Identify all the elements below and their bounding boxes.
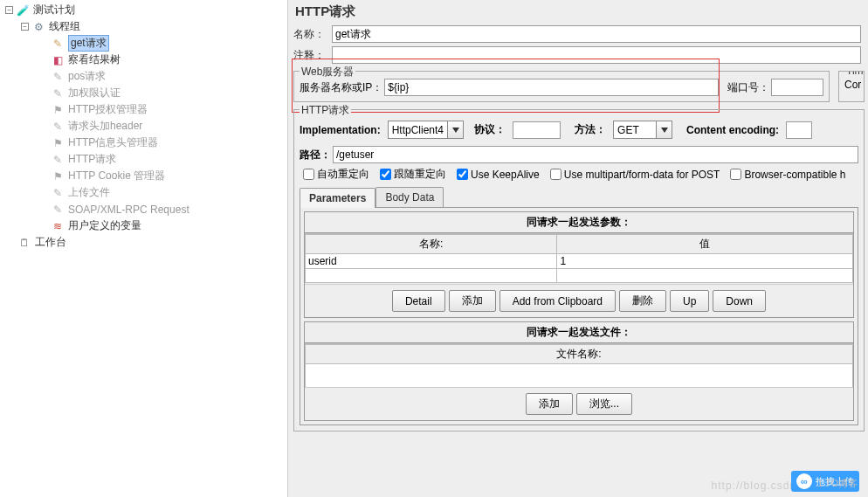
tree-node-pos-request[interactable]: ✎ pos请求 xyxy=(0,68,287,85)
pencil-icon: ✎ xyxy=(51,37,65,51)
table-row[interactable]: userid 1 xyxy=(306,254,853,269)
flask-icon: 🧪 xyxy=(16,3,30,17)
method-select[interactable]: GET xyxy=(613,121,672,139)
port-input[interactable] xyxy=(771,79,823,96)
browse-button[interactable]: 浏览... xyxy=(576,393,632,415)
tree-label: 线程组 xyxy=(49,19,80,34)
fieldset-legend: Web服务器 xyxy=(300,65,355,79)
tree-label: 加权限认证 xyxy=(68,86,121,100)
tree-label: HTTP请求 xyxy=(68,152,116,167)
page-title: HTTP请求 xyxy=(293,3,868,20)
encoding-input[interactable] xyxy=(786,121,812,139)
server-input[interactable] xyxy=(384,79,719,96)
comment-label: 注释： xyxy=(293,48,332,63)
tree-node-header-mgr[interactable]: ✎ 请求头加header xyxy=(0,118,287,135)
tree-label: 请求头加header xyxy=(68,119,142,134)
main-panel: HTTP请求 名称： 注释： Web服务器 服务器名称或IP： 端口号： Tim… xyxy=(288,0,868,497)
cb-label: Browser-compatible h xyxy=(744,169,845,181)
cell-value[interactable]: 1 xyxy=(557,254,853,269)
chevron-down-icon xyxy=(447,121,463,138)
tree-node-user-vars[interactable]: ≋ 用户定义的变量 xyxy=(0,217,287,234)
delete-button[interactable]: 删除 xyxy=(619,290,666,312)
cb-multipart[interactable]: Use multipart/form-data for POST xyxy=(550,169,720,181)
variables-icon: ≋ xyxy=(51,219,65,233)
name-input[interactable] xyxy=(332,25,861,43)
tree-label: 工作台 xyxy=(35,235,66,250)
col-value: 值 xyxy=(557,235,853,254)
tree-label: HTTP Cookie 管理器 xyxy=(68,169,165,183)
http-request-fieldset: HTTP请求 Implementation: HttpClient4 协议： 方… xyxy=(293,109,865,431)
cb-browser-compat[interactable]: Browser-compatible h xyxy=(730,169,845,181)
cb-follow-redirect[interactable]: 跟随重定向 xyxy=(380,167,446,182)
pencil-icon: ✎ xyxy=(51,86,65,100)
collapse-icon[interactable]: − xyxy=(5,6,13,14)
fieldset-legend: HTTP请求 xyxy=(300,103,351,118)
pencil-icon: ✎ xyxy=(51,203,65,217)
results-tree-icon: ◧ xyxy=(51,53,65,67)
params-section: 同请求一起发送参数： 名称: 值 userid 1 xyxy=(304,211,854,318)
tree-node-thread-group[interactable]: − ⚙ 线程组 xyxy=(0,18,287,35)
port-label: 端口号： xyxy=(727,80,769,95)
web-server-fieldset: Web服务器 服务器名称或IP： 端口号： xyxy=(293,71,830,102)
cb-auto-redirect[interactable]: 自动重定向 xyxy=(303,167,369,182)
cb-label: 自动重定向 xyxy=(317,167,369,182)
tree-node-auth-limit[interactable]: ✎ 加权限认证 xyxy=(0,85,287,101)
tree-label: HTTP信息头管理器 xyxy=(68,135,158,150)
add-button[interactable]: 添加 xyxy=(449,290,496,312)
tree-node-cookie-mgr[interactable]: ⚑ HTTP Cookie 管理器 xyxy=(0,168,287,184)
cb-label: Use KeepAlive xyxy=(471,169,540,181)
section-title: 同请求一起发送参数： xyxy=(305,212,853,233)
tree-label-selected: get请求 xyxy=(68,35,109,52)
up-button[interactable]: Up xyxy=(670,290,709,312)
tree-label: HTTP授权管理器 xyxy=(68,102,148,117)
tree-node-get-request[interactable]: ✎ get请求 xyxy=(0,35,287,52)
params-table[interactable]: 名称: 值 userid 1 xyxy=(305,234,853,283)
tree-node-test-plan[interactable]: − 🧪 测试计划 xyxy=(0,2,287,18)
table-row[interactable] xyxy=(306,364,853,388)
fieldset-legend: Tim xyxy=(844,71,865,77)
tree-node-http-request[interactable]: ✎ HTTP请求 xyxy=(0,151,287,168)
protocol-label: 协议： xyxy=(474,122,506,137)
tab-body-data[interactable]: Body Data xyxy=(375,187,444,207)
select-value: HttpClient4 xyxy=(389,124,447,136)
tree-panel: − 🧪 测试计划 − ⚙ 线程组 ✎ get请求 ◧ 察看结果树 ✎ pos请求… xyxy=(0,0,288,497)
cloud-icon: ∞ xyxy=(796,473,812,489)
clipboard-icon: 🗒 xyxy=(17,236,31,250)
table-row[interactable] xyxy=(306,269,853,283)
add-clipboard-button[interactable]: Add from Clipboard xyxy=(499,290,616,312)
files-table[interactable]: 文件名称: xyxy=(305,344,853,387)
impl-label: Implementation: xyxy=(300,124,381,136)
tree-node-upload-file[interactable]: ✎ 上传文件 xyxy=(0,184,287,201)
cell-name[interactable]: userid xyxy=(306,254,557,269)
detail-button[interactable]: Detail xyxy=(392,290,445,312)
tree-node-workbench[interactable]: 🗒 工作台 xyxy=(0,234,287,251)
pencil-icon: ✎ xyxy=(51,70,65,84)
tab-parameters[interactable]: Parameters xyxy=(300,188,375,208)
blog-watermark: 1 TO博客 xyxy=(817,477,858,490)
tree-label: SOAP/XML-RPC Request xyxy=(68,204,189,216)
cb-keepalive[interactable]: Use KeepAlive xyxy=(457,169,540,181)
comment-input[interactable] xyxy=(332,46,861,64)
tree-label: 测试计划 xyxy=(33,3,75,17)
tree-label: 上传文件 xyxy=(68,185,110,200)
down-button[interactable]: Down xyxy=(713,290,766,312)
tree-node-http-header-mgr[interactable]: ⚑ HTTP信息头管理器 xyxy=(0,135,287,151)
config-icon: ⚑ xyxy=(51,136,65,150)
section-title: 同请求一起发送文件： xyxy=(305,322,853,343)
method-label: 方法： xyxy=(575,122,606,137)
tree-node-http-auth-mgr[interactable]: ⚑ HTTP授权管理器 xyxy=(0,101,287,118)
protocol-input[interactable] xyxy=(513,121,561,139)
tree-node-soap-request[interactable]: ✎ SOAP/XML-RPC Request xyxy=(0,201,287,217)
collapse-icon[interactable]: − xyxy=(21,23,29,31)
cb-label: 跟随重定向 xyxy=(394,167,446,182)
path-input[interactable] xyxy=(333,146,858,163)
path-label: 路径： xyxy=(300,148,331,162)
config-icon: ⚑ xyxy=(51,169,65,183)
tab-content: 同请求一起发送参数： 名称: 值 userid 1 xyxy=(300,207,858,425)
tree-node-view-results[interactable]: ◧ 察看结果树 xyxy=(0,52,287,68)
select-value: GET xyxy=(614,124,656,136)
add-file-button[interactable]: 添加 xyxy=(526,393,573,415)
config-icon: ⚑ xyxy=(51,103,65,117)
server-label: 服务器名称或IP： xyxy=(300,80,382,95)
impl-select[interactable]: HttpClient4 xyxy=(388,121,464,139)
